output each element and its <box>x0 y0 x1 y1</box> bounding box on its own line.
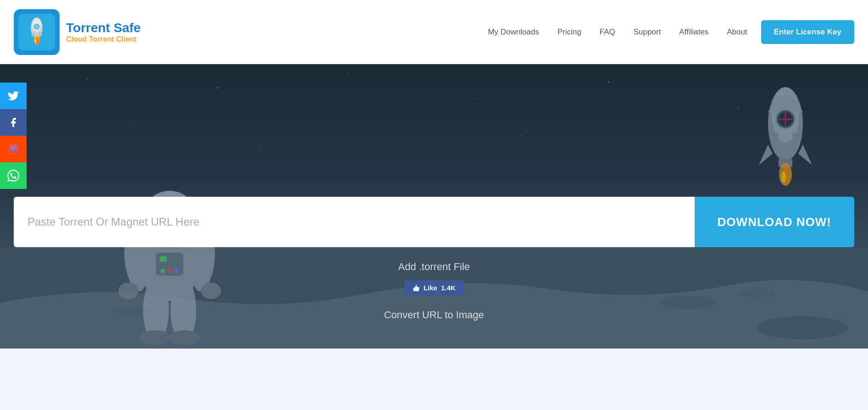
nav-pricing[interactable]: Pricing <box>558 28 581 37</box>
svg-point-11 <box>34 39 37 43</box>
header: Torrent Safe Cloud Torrent Client My Dow… <box>0 0 868 64</box>
logo-title: Torrent Safe <box>66 21 141 35</box>
convert-url-link[interactable]: Convert URL to Image <box>384 309 484 321</box>
fb-like-label: Like <box>424 284 437 292</box>
nav-my-downloads[interactable]: My Downloads <box>488 28 539 37</box>
logo-subtitle: Cloud Torrent Client <box>66 35 141 44</box>
facebook-like-button[interactable]: Like 1.4K <box>404 280 464 295</box>
download-now-button[interactable]: DOWNLOAD NOW! <box>695 197 854 247</box>
facebook-icon <box>8 117 19 128</box>
whatsapp-share-button[interactable] <box>0 162 27 189</box>
torrent-url-input[interactable] <box>14 197 695 247</box>
twitter-share-button[interactable] <box>0 83 27 109</box>
whatsapp-icon <box>7 170 19 182</box>
logo-text: Torrent Safe Cloud Torrent Client <box>66 21 141 44</box>
url-bar: DOWNLOAD NOW! <box>14 197 854 247</box>
nav-affiliates[interactable]: Affiliates <box>679 28 708 37</box>
reddit-share-button[interactable]: r/ 👾 <box>0 136 27 162</box>
logo-rocket-icon <box>18 14 55 50</box>
add-torrent-link[interactable]: Add .torrent File <box>398 261 470 273</box>
twitter-icon <box>7 90 19 102</box>
facebook-share-button[interactable] <box>0 109 27 136</box>
nav-support[interactable]: Support <box>634 28 661 37</box>
social-sidebar: r/ 👾 <box>0 83 27 189</box>
enter-license-button[interactable]: Enter License Key <box>761 20 854 44</box>
logo-link[interactable]: Torrent Safe Cloud Torrent Client <box>14 9 141 55</box>
fb-like-count: 1.4K <box>441 284 456 292</box>
hero-lower: Add .torrent File Like 1.4K Convert URL … <box>0 247 868 349</box>
svg-point-6 <box>35 25 39 28</box>
logo-image <box>14 9 60 55</box>
hero-section: DOWNLOAD NOW! Add .torrent File Like 1.4… <box>0 64 868 349</box>
thumbs-up-icon <box>413 284 420 292</box>
nav-faq[interactable]: FAQ <box>600 28 615 37</box>
nav-about[interactable]: About <box>727 28 747 37</box>
main-nav: My Downloads Pricing FAQ Support Affilia… <box>488 28 747 37</box>
